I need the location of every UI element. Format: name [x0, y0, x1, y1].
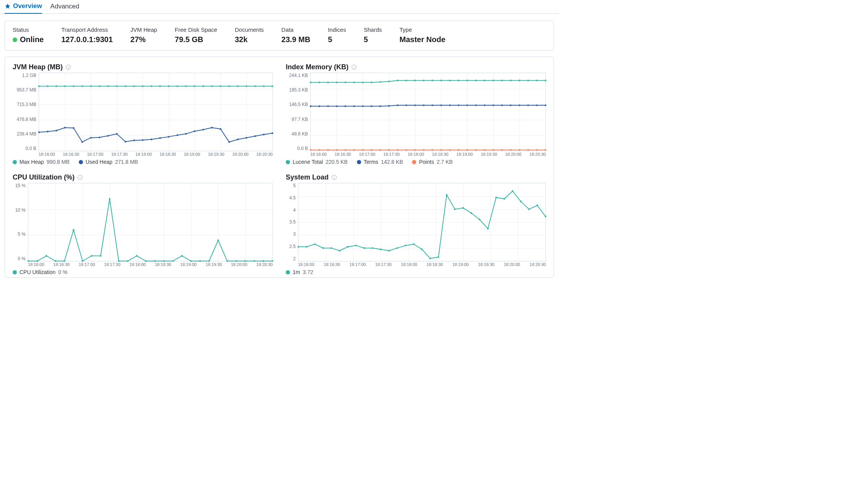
stat-data-value: 23.9 MB [282, 35, 311, 44]
svg-point-164 [244, 260, 246, 262]
x-tick-label: 18:17:00 [87, 152, 103, 157]
svg-point-59 [336, 82, 337, 83]
legend-name: Terms [364, 159, 378, 165]
svg-point-55 [272, 132, 273, 134]
x-tick-label: 18:17:30 [104, 262, 121, 267]
legend-item[interactable]: 1m3.72 [286, 269, 313, 275]
svg-point-103 [475, 104, 477, 106]
x-tick-label: 18:18:00 [129, 262, 146, 267]
y-tick-label: 238.4 MB [17, 131, 36, 137]
info-icon[interactable]: i [78, 175, 83, 180]
svg-point-107 [510, 104, 511, 106]
svg-point-95 [406, 104, 407, 106]
chart-plot[interactable]: 54.543.532.52 [286, 183, 546, 261]
x-tick-label: 18:16:00 [39, 152, 55, 157]
svg-point-31 [64, 127, 66, 128]
svg-point-186 [446, 194, 447, 196]
svg-point-16 [176, 85, 178, 87]
svg-point-104 [484, 104, 485, 106]
stat-disk: Free Disk Space 79.5 GB [175, 26, 217, 44]
info-icon[interactable]: i [352, 65, 357, 70]
x-tick-label: 18:19:00 [180, 262, 197, 267]
svg-point-144 [64, 260, 65, 262]
svg-point-190 [479, 219, 480, 220]
stat-shards-label: Shards [364, 26, 382, 33]
chart-plot[interactable]: 15 %10 %5 %0 % [13, 183, 273, 261]
svg-point-101 [458, 104, 459, 106]
legend-name: Lucene Total [293, 159, 323, 165]
svg-point-26 [263, 85, 264, 87]
svg-point-5 [81, 85, 83, 87]
svg-point-99 [440, 104, 442, 106]
legend-item[interactable]: Lucene Total220.5 KB [286, 159, 348, 165]
x-tick-label: 18:17:30 [375, 262, 392, 267]
svg-point-52 [246, 137, 247, 139]
svg-point-114 [327, 149, 329, 151]
grid-box [310, 73, 546, 151]
svg-point-46 [194, 131, 195, 132]
svg-point-193 [503, 198, 505, 199]
svg-point-69 [423, 80, 424, 81]
legend-item[interactable]: CPU Utilization0 % [13, 269, 67, 275]
info-icon[interactable]: i [332, 175, 337, 180]
legend-item[interactable]: Terms142.8 KB [357, 159, 403, 165]
stat-indices-value: 5 [328, 35, 346, 44]
svg-point-24 [246, 85, 247, 87]
legend-item[interactable]: Used Heap271.8 MB [79, 159, 138, 165]
tab-overview[interactable]: Overview [5, 0, 42, 14]
x-tick-label: 18:18:30 [427, 262, 443, 267]
stat-jvm-value: 27% [130, 35, 157, 44]
svg-point-116 [345, 149, 346, 151]
x-tick-label: 18:20:30 [256, 262, 273, 267]
tab-advanced[interactable]: Advanced [50, 0, 80, 13]
svg-point-172 [331, 247, 332, 249]
svg-point-89 [353, 105, 355, 107]
svg-point-176 [363, 247, 365, 249]
svg-point-173 [339, 250, 340, 251]
tabs: Overview Advanced [0, 0, 559, 14]
stat-panel: Status Online Transport Address 127.0.0.… [5, 21, 554, 51]
svg-point-10 [125, 85, 126, 87]
chart-legend: CPU Utilization0 % [13, 269, 273, 275]
svg-point-195 [520, 201, 521, 202]
svg-point-43 [168, 136, 169, 137]
svg-point-142 [46, 255, 47, 256]
x-tick-label: 18:18:00 [401, 262, 417, 267]
x-tick-label: 18:17:00 [79, 262, 95, 267]
svg-point-78 [501, 80, 503, 81]
svg-point-161 [217, 240, 219, 241]
svg-point-197 [536, 204, 538, 206]
svg-point-166 [262, 260, 264, 262]
stat-indices: Indices 5 [328, 26, 346, 44]
svg-point-123 [406, 149, 407, 151]
chart-plot[interactable]: 1.2 GB953.7 MB715.3 MB476.8 MB238.4 MB0.… [13, 73, 273, 151]
svg-point-71 [440, 80, 442, 81]
legend-item[interactable]: Points2.7 KB [412, 159, 453, 165]
svg-point-7 [99, 85, 100, 87]
svg-point-159 [199, 260, 201, 262]
chart-plot[interactable]: 244.1 KB195.3 KB146.5 KB97.7 KB48.8 KB0.… [286, 73, 546, 151]
svg-point-141 [36, 260, 38, 262]
info-icon[interactable]: i [66, 65, 71, 70]
svg-point-97 [423, 104, 424, 106]
svg-point-187 [454, 208, 456, 210]
svg-point-124 [414, 149, 416, 151]
svg-point-191 [487, 228, 489, 229]
stat-docs-label: Documents [235, 26, 264, 33]
svg-point-74 [466, 80, 468, 81]
x-tick-label: 18:19:30 [478, 262, 495, 267]
svg-point-51 [237, 139, 238, 140]
legend-name: Max Heap [20, 159, 44, 165]
x-tick-label: 18:16:30 [63, 152, 79, 157]
svg-point-152 [136, 255, 137, 256]
svg-point-38 [125, 141, 126, 142]
x-tick-label: 18:16:00 [298, 262, 314, 267]
svg-point-156 [172, 260, 174, 262]
legend-swatch-icon [79, 160, 83, 164]
svg-point-134 [501, 149, 503, 151]
svg-point-188 [462, 207, 464, 209]
x-tick-label: 18:18:30 [155, 262, 171, 267]
legend-swatch-icon [286, 160, 290, 164]
legend-item[interactable]: Max Heap990.8 MB [13, 159, 70, 165]
svg-point-117 [353, 149, 355, 151]
